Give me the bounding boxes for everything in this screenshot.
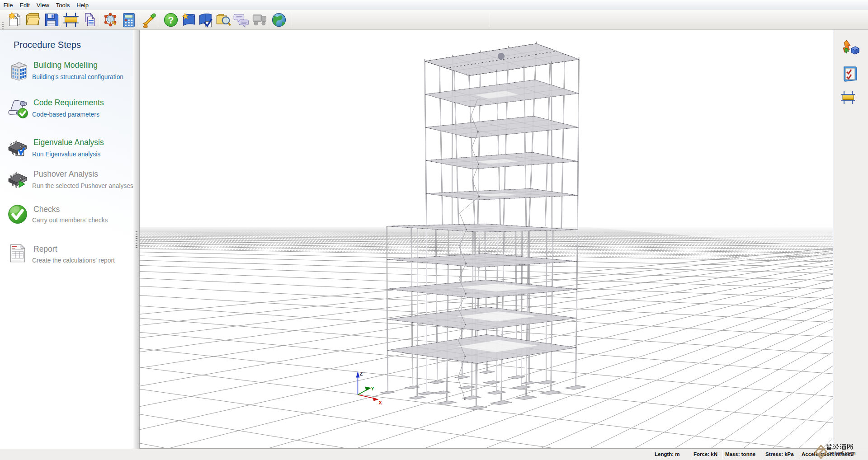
svg-text:X: X bbox=[379, 400, 382, 405]
svg-text:?: ? bbox=[168, 15, 174, 25]
svg-text:Z: Z bbox=[360, 371, 363, 376]
svg-text:Y: Y bbox=[371, 386, 375, 391]
